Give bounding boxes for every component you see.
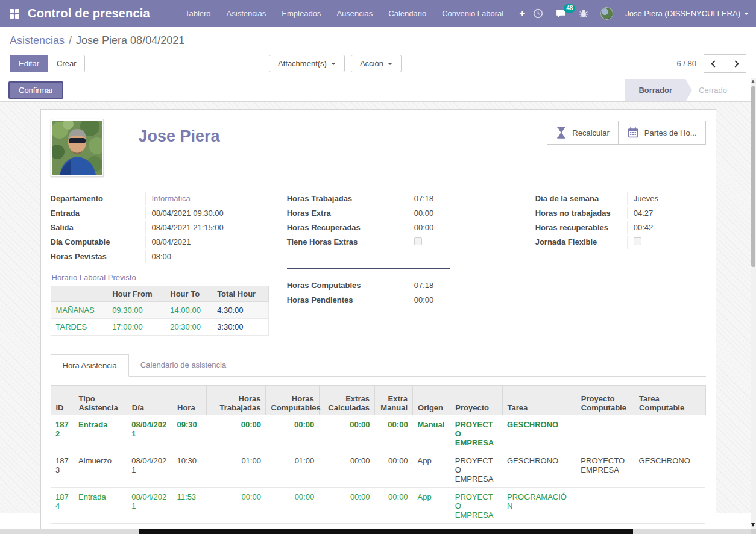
confirm-button[interactable]: Confirmar <box>8 81 63 99</box>
cell-tipo-asistencia: Almuerzo <box>74 451 127 488</box>
cell-extras-calculadas: 00:00 <box>319 451 374 488</box>
schedule-table: Hour FromHour ToTotal Hour MAÑANAS09:30:… <box>51 286 269 336</box>
calendar-icon <box>627 127 639 139</box>
schedule-cell-to: 20:30:00 <box>165 319 212 336</box>
cell-tarea: GESCHRONO <box>502 451 576 488</box>
user-name: Jose Piera (DISSENYCULLERA) <box>625 9 740 18</box>
menu-item-tablero[interactable]: Tablero <box>185 9 211 18</box>
attachments-dropdown[interactable]: Attachment(s) <box>269 55 345 72</box>
schedule-header-row: Hour FromHour ToTotal Hour <box>51 286 268 302</box>
field-value-departamento[interactable]: Informática <box>145 192 274 205</box>
menu-item-empleados[interactable]: Empleados <box>282 9 321 18</box>
state-cerrado[interactable]: Cerrado <box>685 79 740 101</box>
col-header-origen[interactable]: Origen <box>413 386 450 415</box>
col-header-extras-calculadas[interactable]: Extras Calculadas <box>319 386 374 415</box>
edit-button[interactable]: Editar <box>10 55 48 72</box>
object-buttons: Recalcular Partes de Ho... <box>547 121 705 145</box>
schedule-cell-name: TARDES <box>51 319 107 336</box>
messages-badge: 48 <box>564 4 575 13</box>
col-header-tipo-asistencia[interactable]: Tipo Asistencia <box>74 386 127 415</box>
create-button[interactable]: Crear <box>48 55 86 72</box>
breadcrumb: Asistencias/Jose Piera 08/04/2021 <box>10 34 746 47</box>
col-header-di-a[interactable]: Día <box>127 386 172 415</box>
tab-calendario-de-asistencia[interactable]: Calendario de asistencia <box>129 354 238 377</box>
checkbox-jornada-flexible[interactable] <box>634 237 641 245</box>
schedule-cell-from: 17:00:00 <box>107 319 165 336</box>
col-header-horas-trabajadas[interactable]: Horas Trabajadas <box>207 386 266 415</box>
col-header-tarea-computable[interactable]: Tarea Computable <box>634 386 705 415</box>
col-header-extra-manual[interactable]: Extra Manual <box>374 386 412 415</box>
scroll-down-arrow-icon[interactable] <box>751 523 755 527</box>
state-borrador[interactable]: Borrador <box>625 79 685 101</box>
user-menu[interactable]: Jose Piera (DISSENYCULLERA) <box>625 9 749 18</box>
tab-hora-asistencia[interactable]: Hora Asistencia <box>51 354 129 377</box>
col-header-proyecto-computable[interactable]: Proyecto Computable <box>576 386 634 415</box>
horizontal-scrollbar-thumb[interactable] <box>139 529 633 534</box>
col-header-id[interactable]: ID <box>51 386 74 415</box>
field-label-horas-pevistas: Horas Pevistas <box>51 250 145 261</box>
field-value-salida: 08/04/2021 21:15:00 <box>145 221 274 234</box>
field-value-tiene-horas-extras[interactable] <box>408 236 485 249</box>
attendance-row-1872[interactable]: 1872Entrada08/04/202109:3000:0000:0000:0… <box>51 415 705 451</box>
field-value-horas-recuperadas: 00:00 <box>408 221 485 234</box>
timesheet-parts-button[interactable]: Partes de Ho... <box>618 121 706 145</box>
col-header-proyecto[interactable]: Proyecto <box>450 386 502 415</box>
pager-next-button[interactable] <box>725 54 746 73</box>
activity-clock-icon[interactable] <box>533 8 543 19</box>
scroll-up-arrow-icon[interactable] <box>751 80 755 83</box>
vertical-scrollbar-thumb[interactable] <box>751 86 755 267</box>
field-value-di-a-computable: 08/04/2021 <box>145 236 274 248</box>
attendance-row-1874[interactable]: 1874Entrada08/04/202111:5300:0000:0000:0… <box>51 488 705 524</box>
breadcrumb-parent[interactable]: Asistencias <box>10 34 65 46</box>
vertical-scrollbar[interactable] <box>751 78 756 534</box>
attendance-row-1873[interactable]: 1873Almuerzo08/04/202110:3001:0001:0000:… <box>51 451 705 488</box>
action-dropdown[interactable]: Acción <box>351 55 402 72</box>
field-label-horas-trabajadas: Horas Trabajadas <box>287 192 408 203</box>
cell-origen: App <box>413 451 450 488</box>
cell-di-a: 08/04/2021 <box>127 451 172 488</box>
edit-create-group: Editar Crear <box>10 55 85 72</box>
schedule-col-hour-to: Hour To <box>165 286 212 302</box>
chevron-down-icon <box>388 63 392 65</box>
schedule-row-tardes[interactable]: TARDES17:00:0020:30:003:30:00 <box>51 319 268 336</box>
field-value-horas-extra: 00:00 <box>408 207 485 219</box>
schedule-cell-total: 4:30:00 <box>212 302 268 319</box>
horizontal-scrollbar[interactable] <box>0 529 751 534</box>
menu-item-convenio-laboral[interactable]: Convenio Laboral <box>442 9 503 18</box>
debug-bug-icon[interactable] <box>579 9 588 19</box>
col-header-horas-computables[interactable]: Horas Computables <box>266 386 319 415</box>
field-row: Horas recuperables00:42 <box>535 221 706 236</box>
separator-line <box>287 268 450 269</box>
col-header-tarea[interactable]: Tarea <box>502 386 576 415</box>
cell-hora: 10:30 <box>172 451 207 488</box>
checkbox-tiene-horas-extras[interactable] <box>414 237 422 245</box>
user-avatar[interactable] <box>600 7 613 20</box>
pager-previous-button[interactable] <box>704 54 725 73</box>
cell-horas-trabajadas: 01:00 <box>207 451 266 488</box>
recalculate-button[interactable]: Recalcular <box>547 121 618 145</box>
field-row: Día de la semanaJueves <box>535 192 706 207</box>
field-value-jornada-flexible[interactable] <box>627 236 706 249</box>
plus-icon[interactable]: + <box>519 8 525 20</box>
schedule-cell-total: 3:30:00 <box>212 319 268 336</box>
field-row: Jornada Flexible <box>535 236 706 250</box>
fields-right: Día de la semanaJuevesHoras no trabajada… <box>535 192 706 250</box>
cell-extras-calculadas: 00:00 <box>319 488 374 524</box>
cell-proyecto: PROYECTO EMPRESA <box>450 415 502 451</box>
menu-item-ausencias[interactable]: Ausencias <box>336 9 373 18</box>
menu-item-asistencias[interactable]: Asistencias <box>227 9 266 18</box>
cell-tarea-computable <box>634 488 705 524</box>
col-header-hora[interactable]: Hora <box>172 386 207 415</box>
attendance-header-row: IDTipo AsistenciaDíaHoraHoras Trabajadas… <box>51 386 705 415</box>
menu-item-calendario[interactable]: Calendario <box>388 9 426 18</box>
chevron-down-icon <box>331 63 336 65</box>
top-menu: TableroAsistenciasEmpleadosAusenciasCale… <box>185 9 503 18</box>
field-label-horas-recuperadas: Horas Recuperadas <box>287 221 408 232</box>
schedule-row-man-anas[interactable]: MAÑANAS09:30:0014:00:004:30:00 <box>51 302 268 319</box>
messages-icon[interactable]: 48 <box>555 8 567 19</box>
field-row: Horas Recuperadas00:00 <box>287 221 485 236</box>
schedule-link[interactable]: Horario Laboral Previsto <box>52 273 136 282</box>
app-title[interactable]: Control de presencia <box>28 7 150 20</box>
field-label-horas-no-trabajadas: Horas no trabajadas <box>535 207 627 218</box>
apps-grid-icon[interactable] <box>10 9 19 19</box>
